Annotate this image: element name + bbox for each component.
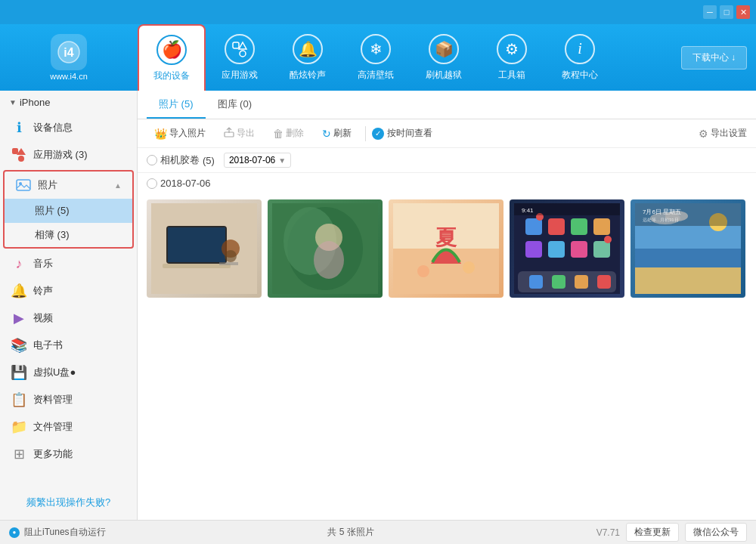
photo-item-5[interactable]: 7月6日 星期五 远处等...月初31日 bbox=[631, 199, 745, 298]
ringtones-sidebar-icon: 🔔 bbox=[11, 283, 27, 299]
sidebar-item-file-mgmt[interactable]: 📁 文件管理 bbox=[0, 413, 137, 440]
minimize-button[interactable]: ─ bbox=[703, 5, 717, 19]
wechat-button[interactable]: 微信公众号 bbox=[685, 523, 747, 542]
nav-tab-jailbreak-label: 刷机越狱 bbox=[426, 69, 462, 82]
nav-tab-tutorials[interactable]: i 教程中心 bbox=[546, 24, 614, 91]
status-left: ● 阻止iTunes自动运行 bbox=[9, 526, 106, 539]
sidebar-item-photos[interactable]: 照片 ▲ bbox=[5, 172, 132, 199]
sidebar-item-ebooks[interactable]: 📚 电子书 bbox=[0, 332, 137, 359]
sidebar-item-data-mgmt[interactable]: 📋 资料管理 bbox=[0, 386, 137, 413]
sub-tabs: 照片 (5) 图库 (0) bbox=[138, 91, 756, 119]
svg-rect-15 bbox=[219, 262, 238, 265]
device-info-icon: ℹ bbox=[11, 119, 27, 136]
import-btn[interactable]: 👑 导入照片 bbox=[147, 124, 213, 143]
sidebar-item-video[interactable]: ▶ 视频 bbox=[0, 304, 137, 332]
photo-count-label: 共 5 张照片 bbox=[327, 526, 373, 539]
photo-2-visual bbox=[268, 199, 383, 298]
gear-icon: ⚙ bbox=[699, 128, 708, 140]
itunes-label: 阻止iTunes自动运行 bbox=[24, 526, 106, 539]
apps-icon bbox=[225, 34, 255, 64]
nav-tab-ringtones[interactable]: 🔔 酷炫铃声 bbox=[274, 24, 342, 91]
sidebar-device[interactable]: ▼ iPhone bbox=[0, 91, 137, 114]
close-button[interactable]: ✕ bbox=[736, 5, 750, 19]
timeline-check-icon: ✓ bbox=[372, 128, 384, 140]
svg-text:夏: 夏 bbox=[435, 226, 457, 249]
sidebar-item-music-label: 音乐 bbox=[33, 257, 126, 270]
sidebar-footer: 频繁出现操作失败? bbox=[0, 485, 137, 520]
sidebar-item-device-info[interactable]: ℹ 设备信息 bbox=[0, 114, 137, 141]
nav-tab-wallpapers[interactable]: ❄ 高清壁纸 bbox=[342, 24, 410, 91]
sidebar-item-more[interactable]: ⊞ 更多功能 bbox=[0, 440, 137, 468]
nav-tab-toolbox[interactable]: ⚙ 工具箱 bbox=[478, 24, 546, 91]
sub-tab-photos[interactable]: 照片 (5) bbox=[147, 91, 206, 119]
sidebar-item-ringtones[interactable]: 🔔 铃声 bbox=[0, 277, 137, 304]
svg-rect-4 bbox=[12, 148, 18, 154]
header: i4 www.i4.cn 🍎 我的设备 应用游戏 🔔 酷炫铃声 ❄ 高清壁纸 📦… bbox=[0, 24, 756, 91]
photo-item-4[interactable]: 9:41 bbox=[510, 199, 624, 298]
sub-tab-gallery[interactable]: 图库 (0) bbox=[206, 91, 265, 119]
svg-point-14 bbox=[225, 250, 237, 262]
camera-roll-radio bbox=[147, 155, 157, 165]
date-group-radio[interactable] bbox=[147, 178, 157, 189]
nav-tab-jailbreak[interactable]: 📦 刷机越狱 bbox=[410, 24, 478, 91]
refresh-btn[interactable]: ↻ 刷新 bbox=[314, 124, 359, 143]
sidebar-item-photos-label: 照片 bbox=[38, 178, 114, 192]
sidebar-item-ringtones-label: 铃声 bbox=[33, 284, 126, 298]
check-update-button[interactable]: 检查更新 bbox=[626, 523, 679, 542]
logo-icon: i4 bbox=[51, 34, 87, 70]
sidebar-item-music[interactable]: ♪ 音乐 bbox=[0, 250, 137, 277]
title-bar: ─ □ ✕ bbox=[0, 0, 756, 24]
nav-tab-my-device[interactable]: 🍎 我的设备 bbox=[138, 24, 206, 91]
svg-rect-34 bbox=[593, 241, 610, 258]
sidebar-item-device-info-label: 设备信息 bbox=[33, 121, 126, 134]
svg-point-3 bbox=[240, 51, 246, 57]
nav-tab-apps[interactable]: 应用游戏 bbox=[206, 24, 274, 91]
photos-icon bbox=[15, 177, 32, 193]
itunes-indicator: ● bbox=[9, 527, 20, 538]
import-label: 导入照片 bbox=[169, 127, 206, 140]
delete-btn[interactable]: 🗑 删除 bbox=[265, 124, 311, 143]
timeline-option[interactable]: ✓ 按时间查看 bbox=[372, 127, 432, 140]
ebooks-icon: 📚 bbox=[11, 337, 27, 354]
svg-rect-46 bbox=[635, 267, 741, 294]
sidebar-item-apps[interactable]: 应用游戏 (3) bbox=[0, 141, 137, 168]
photo-item-3[interactable]: 夏 bbox=[389, 199, 503, 298]
export-btn[interactable]: 导出 bbox=[216, 124, 262, 143]
photo-1-visual bbox=[147, 199, 262, 298]
content-area: 照片 (5) 图库 (0) 👑 导入照片 导出 🗑 删除 ↻ 刷新 bbox=[138, 91, 756, 520]
sidebar-item-udisk[interactable]: 💾 虚拟U盘● bbox=[0, 359, 137, 386]
svg-rect-2 bbox=[233, 42, 239, 48]
svg-rect-32 bbox=[548, 241, 565, 258]
sidebar-item-apps-label: 应用游戏 (3) bbox=[33, 148, 126, 162]
date-selector[interactable]: 2018-07-06 ▼ bbox=[224, 153, 291, 168]
nav-tab-my-device-label: 我的设备 bbox=[153, 70, 190, 82]
photo-item-2[interactable] bbox=[268, 199, 383, 298]
import-icon: 👑 bbox=[154, 128, 167, 140]
file-mgmt-icon: 📁 bbox=[11, 419, 27, 435]
date-group-label: 2018-07-06 bbox=[160, 178, 211, 189]
udisk-icon: 💾 bbox=[11, 364, 27, 381]
ringtones-icon: 🔔 bbox=[293, 34, 323, 64]
svg-point-5 bbox=[18, 156, 24, 162]
svg-rect-29 bbox=[571, 218, 587, 235]
video-icon: ▶ bbox=[11, 310, 27, 326]
photo-grid: 夏 bbox=[138, 193, 756, 304]
export-label: 导出 bbox=[237, 127, 255, 140]
logo-area: i4 www.i4.cn bbox=[0, 28, 138, 87]
sidebar-item-album[interactable]: 相簿 (3) bbox=[5, 223, 132, 247]
sidebar-item-photos-sub[interactable]: 照片 (5) bbox=[5, 199, 132, 223]
download-button[interactable]: 下载中心 ↓ bbox=[681, 46, 747, 70]
maximize-button[interactable]: □ bbox=[720, 5, 733, 19]
sidebar-item-file-mgmt-label: 文件管理 bbox=[33, 420, 126, 434]
export-settings-label: 导出设置 bbox=[711, 127, 747, 140]
device-arrow-icon: ▼ bbox=[9, 98, 17, 107]
export-settings-btn[interactable]: ⚙ 导出设置 bbox=[699, 127, 747, 140]
freq-fail-button[interactable]: 频繁出现操作失败? bbox=[8, 493, 129, 512]
sidebar-item-ebooks-label: 电子书 bbox=[33, 338, 126, 352]
camera-roll-option[interactable]: 相机胶卷 (5) bbox=[147, 153, 215, 167]
svg-rect-28 bbox=[548, 218, 565, 235]
status-bar: ● 阻止iTunes自动运行 共 5 张照片 V7.71 检查更新 微信公众号 bbox=[0, 520, 756, 544]
svg-rect-40 bbox=[529, 275, 543, 289]
photo-item-1[interactable] bbox=[147, 199, 262, 298]
camera-roll-count: (5) bbox=[203, 155, 215, 166]
